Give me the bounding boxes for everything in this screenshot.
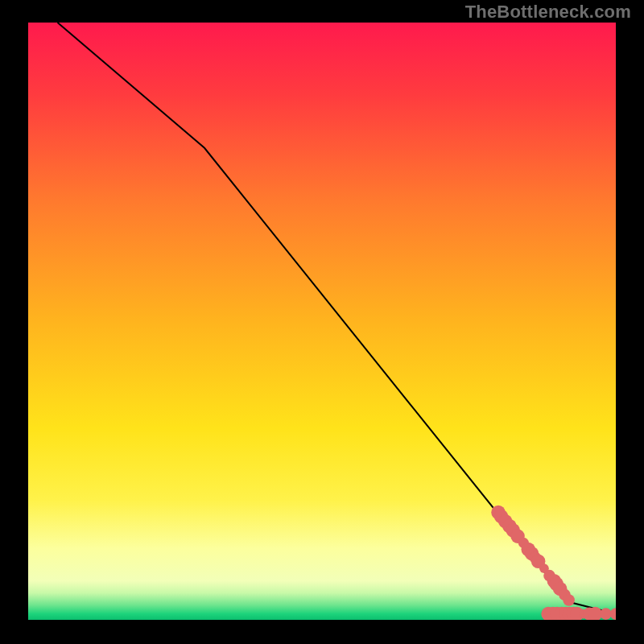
chart-frame: TheBottleneck.com: [0, 0, 644, 644]
watermark-label: TheBottleneck.com: [465, 2, 631, 23]
chart-svg: [28, 23, 616, 620]
plot-area: [28, 23, 616, 620]
scatter-point: [563, 594, 575, 606]
chart-background: [28, 23, 616, 620]
